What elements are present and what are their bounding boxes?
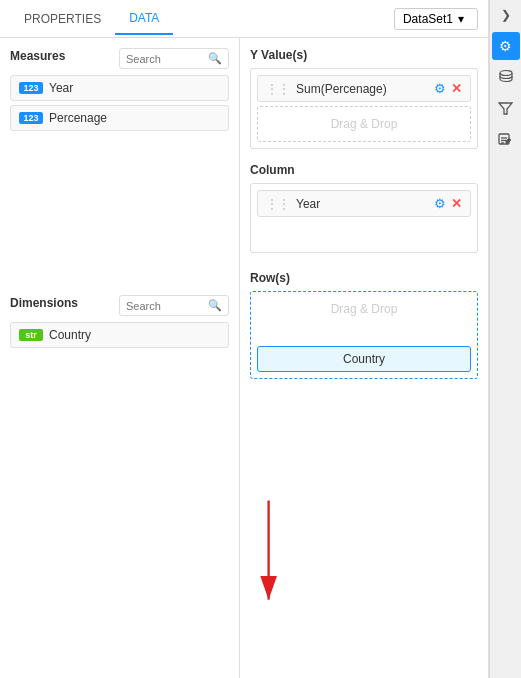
dimensions-fields: str Country (10, 322, 229, 348)
percenage-name: Percenage (49, 111, 107, 125)
country-badge: str (19, 329, 43, 341)
country-dropping-item: Country (257, 346, 471, 372)
dropdown-icon: ▾ (458, 12, 464, 26)
year-col-drag-handle: ⋮⋮ (266, 197, 290, 211)
year-col-close-icon[interactable]: ✕ (451, 196, 462, 211)
y-values-drag-drop-hint: Drag & Drop (264, 113, 464, 135)
tab-data[interactable]: DATA (115, 3, 173, 35)
svg-point-2 (500, 70, 512, 75)
edit-icon (498, 133, 513, 151)
y-values-title: Y Value(s) (250, 48, 478, 62)
database-icon (498, 69, 514, 88)
year-col-actions: ⚙ ✕ (434, 196, 462, 211)
database-icon-btn[interactable] (492, 64, 520, 92)
field-year[interactable]: 123 Year (10, 75, 229, 101)
dimensions-search-input[interactable] (126, 300, 205, 312)
sum-percenage-actions: ⚙ ✕ (434, 81, 462, 96)
sum-percenage-name: Sum(Percenage) (296, 82, 387, 96)
edit-icon-btn[interactable] (492, 128, 520, 156)
year-col-left: ⋮⋮ Year (266, 197, 320, 211)
year-col-item[interactable]: ⋮⋮ Year ⚙ ✕ (257, 190, 471, 217)
sum-percenage-left: ⋮⋮ Sum(Percenage) (266, 82, 387, 96)
column-section: Column ⋮⋮ Year ⚙ ✕ (250, 163, 478, 253)
sum-percenage-item[interactable]: ⋮⋮ Sum(Percenage) ⚙ ✕ (257, 75, 471, 102)
percenage-badge: 123 (19, 112, 43, 124)
country-dropping-name: Country (343, 352, 385, 366)
y-values-drag-drop-area[interactable]: Drag & Drop (257, 106, 471, 142)
sum-percenage-close-icon[interactable]: ✕ (451, 81, 462, 96)
rows-drag-drop-hint: Drag & Drop (257, 298, 471, 320)
year-col-settings-icon[interactable]: ⚙ (434, 196, 446, 211)
left-panel: Measures 🔍 123 Year 123 Percenage (0, 38, 240, 678)
measures-search-box[interactable]: 🔍 (119, 48, 229, 69)
right-panel: Y Value(s) ⋮⋮ Sum(Percenage) ⚙ ✕ Drag (240, 38, 488, 678)
year-col-name: Year (296, 197, 320, 211)
y-values-drop-area[interactable]: ⋮⋮ Sum(Percenage) ⚙ ✕ Drag & Drop (250, 68, 478, 149)
measures-section: Measures 🔍 123 Year 123 Percenage (10, 48, 229, 275)
year-name: Year (49, 81, 73, 95)
measures-fields: 123 Year 123 Percenage (10, 75, 229, 275)
dimensions-title: Dimensions (10, 296, 78, 310)
filter-icon (498, 101, 513, 119)
dimensions-search-icon: 🔍 (208, 299, 222, 312)
column-drop-area[interactable]: ⋮⋮ Year ⚙ ✕ (250, 183, 478, 253)
dimensions-section: Dimensions 🔍 str Country (10, 295, 229, 352)
field-country[interactable]: str Country (10, 322, 229, 348)
search-icon: 🔍 (208, 52, 222, 65)
rows-drop-area[interactable]: Drag & Drop Country (250, 291, 478, 379)
measures-search-input[interactable] (126, 53, 205, 65)
svg-marker-3 (499, 103, 512, 114)
tab-properties[interactable]: PROPERTIES (10, 4, 115, 34)
field-percenage[interactable]: 123 Percenage (10, 105, 229, 131)
measures-title: Measures (10, 49, 65, 63)
settings-icon: ⚙ (499, 38, 512, 54)
rows-section: Row(s) Drag & Drop Country (250, 271, 478, 379)
dimensions-search-box[interactable]: 🔍 (119, 295, 229, 316)
right-sidebar: ❯ ⚙ (489, 0, 521, 678)
collapse-icon[interactable]: ❯ (501, 8, 511, 22)
country-name: Country (49, 328, 91, 342)
y-values-section: Y Value(s) ⋮⋮ Sum(Percenage) ⚙ ✕ Drag (250, 48, 478, 149)
settings-icon-btn[interactable]: ⚙ (492, 32, 520, 60)
year-badge: 123 (19, 82, 43, 94)
rows-title: Row(s) (250, 271, 478, 285)
column-title: Column (250, 163, 478, 177)
dataset-selector[interactable]: DataSet1 ▾ (394, 8, 478, 30)
tabs-header: PROPERTIES DATA DataSet1 ▾ (0, 0, 488, 38)
sum-percenage-drag-handle: ⋮⋮ (266, 82, 290, 96)
dataset-label: DataSet1 (403, 12, 453, 26)
filter-icon-btn[interactable] (492, 96, 520, 124)
sum-percenage-settings-icon[interactable]: ⚙ (434, 81, 446, 96)
